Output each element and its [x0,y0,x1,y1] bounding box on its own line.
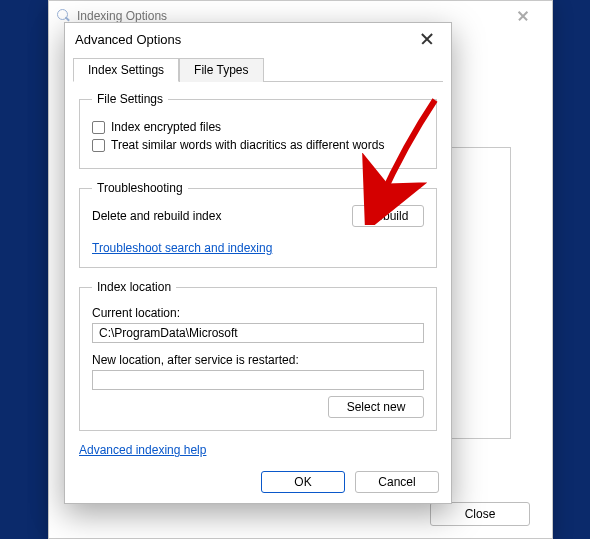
close-button-label: Close [465,507,496,521]
search-icon [57,9,71,23]
ok-label: OK [294,475,311,489]
ok-button[interactable]: OK [261,471,345,493]
tab-label: Index Settings [88,63,164,77]
rebuild-button-label: Rebuild [368,209,409,223]
advanced-indexing-help-link[interactable]: Advanced indexing help [79,443,206,457]
rebuild-button[interactable]: Rebuild [352,205,424,227]
diacritics-label: Treat similar words with diacritics as d… [111,138,384,152]
troubleshoot-search-link[interactable]: Troubleshoot search and indexing [92,241,272,255]
tab-index-settings[interactable]: Index Settings [73,58,179,82]
tab-label: File Types [194,63,248,77]
cancel-button[interactable]: Cancel [355,471,439,493]
index-location-legend: Index location [92,280,176,294]
index-encrypted-checkbox[interactable] [92,121,105,134]
dialog-footer: OK Cancel [261,471,439,493]
troubleshooting-group: Troubleshooting Delete and rebuild index… [79,181,437,268]
current-location-field: C:\ProgramData\Microsoft [92,323,424,343]
file-settings-legend: File Settings [92,92,168,106]
new-location-label: New location, after service is restarted… [92,353,424,367]
index-location-group: Index location Current location: C:\Prog… [79,280,437,431]
dialog-title: Advanced Options [75,32,181,47]
current-location-label: Current location: [92,306,424,320]
new-location-field[interactable] [92,370,424,390]
rebuild-desc: Delete and rebuild index [92,209,221,223]
file-settings-group: File Settings Index encrypted files Trea… [79,92,437,169]
tab-bar: Index Settings File Types [73,57,443,82]
index-settings-pane: File Settings Index encrypted files Trea… [65,82,451,431]
indexing-options-title: Indexing Options [77,9,167,23]
index-encrypted-label: Index encrypted files [111,120,221,134]
cancel-label: Cancel [378,475,415,489]
close-icon[interactable] [502,2,544,30]
close-button[interactable]: Close [430,502,530,526]
close-icon[interactable] [413,25,441,53]
diacritics-checkbox[interactable] [92,139,105,152]
select-new-button[interactable]: Select new [328,396,424,418]
tab-file-types[interactable]: File Types [179,58,263,82]
troubleshooting-legend: Troubleshooting [92,181,188,195]
select-new-label: Select new [347,400,406,414]
advanced-options-dialog: Advanced Options Index Settings File Typ… [64,22,452,504]
advanced-options-titlebar: Advanced Options [65,23,451,55]
